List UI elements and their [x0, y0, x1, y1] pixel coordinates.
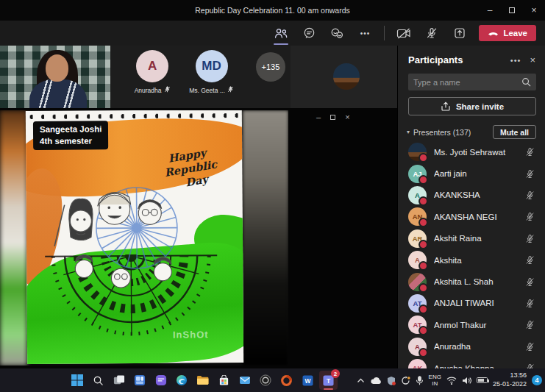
participant-avatar [408, 273, 427, 291]
participant-video-tile[interactable] [0, 46, 110, 108]
taskbar-clock[interactable]: 13:56 25-01-2022 [493, 371, 527, 388]
edge-icon[interactable] [173, 371, 191, 390]
participant-row[interactable]: A Akshita [398, 249, 545, 271]
participant-mic-off-icon[interactable] [524, 147, 535, 157]
participant-row[interactable]: AJ Aarti jain [398, 163, 545, 184]
participant-name: Ms. Jyoti Sehrawat [434, 148, 524, 157]
teams-icon[interactable]: T2 [319, 371, 338, 390]
window-close-button[interactable]: × [523, 0, 545, 21]
participant-mic-off-icon[interactable] [524, 255, 535, 265]
participant-row[interactable]: AN AKANSHA NEGI [398, 206, 545, 227]
participant-row[interactable]: AR Akshit Raina [398, 228, 545, 249]
shared-minimize-button[interactable]: – [316, 113, 321, 121]
participant-mic-off-icon[interactable] [524, 212, 535, 221]
mail-icon[interactable] [235, 371, 254, 390]
office-icon[interactable] [277, 371, 296, 390]
participant-avatar: AT [408, 294, 427, 313]
participant-avatar: AJ [408, 165, 427, 183]
shared-close-button[interactable]: × [345, 113, 349, 121]
more-options-button[interactable]: ••• [356, 25, 374, 41]
participant-avatar: AR [408, 229, 427, 248]
share-invite-icon [441, 101, 451, 111]
participant-mic-off-icon[interactable] [524, 342, 535, 352]
tray-chevron-up-icon[interactable] [357, 378, 365, 383]
mic-off-icon [227, 86, 234, 94]
participant-mic-off-icon[interactable] [524, 299, 535, 308]
chat-icon [303, 27, 316, 39]
share-invite-button[interactable]: Share invite [408, 97, 536, 115]
avatar-tile[interactable]: MD Ms. Geeta ... [189, 50, 234, 94]
onedrive-icon[interactable] [370, 377, 382, 385]
battery-icon[interactable] [477, 377, 488, 383]
toolbar-divider [384, 26, 385, 40]
notification-badge[interactable]: 4 [532, 375, 542, 385]
artwork-notebook-page: Sangeeta Joshi 4th semester Happy Republ… [26, 110, 243, 364]
search-input[interactable] [413, 78, 521, 87]
leave-label: Leave [503, 29, 527, 38]
widgets-icon[interactable] [131, 371, 149, 390]
search-icon[interactable] [89, 371, 107, 390]
presenter-tile[interactable] [291, 46, 397, 108]
avatar-initials: A [148, 59, 157, 74]
video-strip: A Anuradha MD Ms. Geeta ... +135 [0, 46, 397, 108]
svg-text:T: T [327, 377, 331, 384]
camera-off-button[interactable] [395, 25, 413, 41]
shared-restore-button[interactable] [330, 113, 335, 121]
camera-app-icon[interactable] [257, 371, 275, 390]
participant-row[interactable]: AT Anmol Thakur [398, 314, 545, 335]
window-maximize-button[interactable] [501, 0, 523, 21]
shared-video[interactable]: Sangeeta Joshi 4th semester Happy Republ… [0, 110, 288, 366]
reactions-button[interactable] [328, 25, 346, 41]
participant-avatar: AT [408, 316, 427, 334]
participant-row[interactable]: Ms. Jyoti Sehrawat [398, 141, 545, 163]
microphone-icon[interactable] [416, 376, 424, 385]
participant-row[interactable]: A Anuradha [398, 336, 545, 357]
wifi-icon[interactable] [446, 377, 457, 385]
language-indicator[interactable]: ENGIN [429, 374, 441, 387]
word-icon[interactable]: W [299, 371, 317, 390]
presenters-section-header[interactable]: ▾ Presenters (137) [407, 128, 493, 137]
mic-off-button[interactable] [423, 25, 441, 41]
overflow-avatar-tile[interactable]: +135 [251, 50, 291, 82]
avatar-tile[interactable]: A Anuradha [132, 50, 172, 94]
mute-all-button[interactable]: Mute all [493, 125, 536, 139]
panel-more-button[interactable]: ••• [510, 56, 521, 65]
participant-name: Anmol Thakur [434, 321, 524, 329]
participant-avatar: A [408, 251, 427, 269]
sync-icon[interactable] [401, 376, 410, 385]
participant-row[interactable]: AK Anusha Khanna [398, 357, 545, 368]
participant-mic-off-icon[interactable] [524, 320, 535, 329]
file-explorer-icon[interactable] [193, 371, 212, 390]
panel-close-button[interactable]: × [530, 54, 536, 65]
participant-mic-off-icon[interactable] [524, 277, 535, 287]
participants-button[interactable] [272, 25, 290, 41]
maximize-icon [509, 7, 515, 13]
leave-button[interactable]: Leave [479, 25, 536, 41]
store-icon[interactable] [215, 371, 233, 390]
audio-participants-panel: A Anuradha MD Ms. Geeta ... +135 [110, 46, 291, 108]
speaker-icon[interactable] [462, 377, 471, 385]
task-view-icon[interactable] [110, 371, 128, 390]
participant-name: Akshita [434, 256, 524, 265]
participant-row[interactable]: A AKANKSHA [398, 185, 545, 206]
reactions-icon [330, 27, 343, 39]
share-tray-icon [454, 27, 466, 39]
participant-name: Akshit Raina [434, 234, 524, 243]
security-alert-icon[interactable] [387, 376, 396, 385]
participant-mic-off-icon[interactable] [524, 169, 535, 179]
participant-mic-off-icon[interactable] [524, 234, 535, 243]
participant-mic-off-icon[interactable] [524, 363, 535, 368]
artist-name: Sangeeta Joshi [40, 124, 101, 135]
chat-button[interactable] [300, 25, 318, 41]
window-minimize-button[interactable]: – [479, 0, 501, 21]
participant-row[interactable]: Akshita L. Shah [398, 271, 545, 292]
participant-row[interactable]: AT ANJALI TIWARI [398, 293, 545, 314]
participant-mic-off-icon[interactable] [524, 190, 535, 200]
people-icon [274, 28, 288, 39]
start-icon[interactable] [68, 371, 86, 390]
chat-icon[interactable] [152, 371, 170, 390]
system-tray: ENGIN 13:56 25-01-2022 4 [357, 368, 542, 392]
participant-name: Akshita L. Shah [434, 277, 524, 286]
artist-semester: 4th semester [40, 135, 101, 147]
share-button[interactable] [451, 25, 469, 41]
